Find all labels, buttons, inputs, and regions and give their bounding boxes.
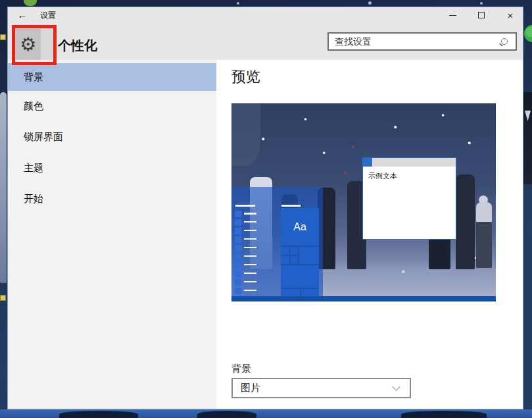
wallpaper-dot [480, 2, 483, 5]
desktop-icon-green [24, 0, 37, 6]
main-content: 预览 [216, 60, 523, 409]
preview-figure [456, 174, 475, 269]
tile-divider [289, 246, 291, 264]
desktop-wallpaper: ← 设置 × ⚙ 个性化 [0, 0, 532, 418]
desktop-icon-label [0, 34, 6, 40]
window-topbar: ← 设置 × ⚙ 个性化 [8, 7, 523, 60]
sidebar-item-lockscreen[interactable]: 锁屏界面 [8, 122, 216, 153]
start-menu-item-squares [235, 211, 241, 295]
preview-haze [231, 103, 260, 166]
sample-window-accent-square [363, 158, 372, 167]
desktop-icon-label [0, 295, 6, 301]
titlebar[interactable]: ← 设置 × [8, 7, 523, 23]
desktop-icon-green-circle [524, 25, 532, 42]
wallpaper-silhouette [401, 411, 487, 418]
sidebar: 背景 颜色 锁屏界面 主题 开始 [8, 60, 216, 409]
search-input[interactable] [329, 36, 501, 47]
preview-sample-window: 示例文本 [362, 157, 456, 240]
wallpaper-dot [237, 2, 239, 5]
search-icon[interactable] [501, 38, 508, 45]
window-title: 设置 [40, 10, 56, 21]
sidebar-item-background[interactable]: 背景 [8, 63, 216, 91]
tile-divider [281, 264, 319, 265]
sidebar-item-colors[interactable]: 颜色 [8, 91, 216, 122]
wallpaper-figure-left [0, 92, 7, 283]
back-button[interactable]: ← [14, 9, 30, 22]
preview-start-tiles: Aa [281, 208, 319, 296]
sample-window-text: 示例文本 [368, 171, 397, 181]
wallpaper-silhouette [197, 411, 256, 418]
chevron-down-icon [392, 382, 400, 391]
start-menu-line [235, 205, 255, 207]
search-box[interactable] [327, 32, 517, 51]
settings-window: ← 设置 × ⚙ 个性化 [7, 7, 523, 409]
tile-divider [281, 246, 319, 247]
start-menu-line [281, 205, 301, 207]
start-menu-item-dashes [244, 213, 256, 296]
sidebar-item-themes[interactable]: 主题 [8, 153, 216, 184]
maximize-icon [478, 12, 485, 18]
tile-divider [298, 246, 299, 264]
start-tile-aa: Aa [281, 208, 319, 246]
preview-taskbar [231, 296, 496, 301]
sidebar-item-start[interactable]: 开始 [8, 184, 216, 215]
dropdown-selected-value: 图片 [233, 382, 393, 394]
minimize-icon [449, 15, 456, 16]
background-type-dropdown[interactable]: 图片 [231, 378, 411, 398]
background-label: 背景 [231, 363, 251, 375]
desktop-preview-image: Aa 示例文本 [231, 103, 496, 301]
preview-heading: 预览 [231, 67, 260, 87]
tile-divider [300, 288, 301, 296]
preview-figure [476, 202, 492, 268]
wallpaper-figure-shirt [525, 111, 531, 121]
close-button[interactable]: × [499, 7, 521, 23]
preview-start-menu: Aa [231, 187, 323, 296]
maximize-button[interactable] [470, 7, 493, 23]
minimize-button[interactable] [441, 7, 464, 23]
close-icon: × [508, 11, 514, 20]
wallpaper-figure-right [523, 92, 532, 184]
wallpaper-silhouette [59, 411, 138, 418]
wallpaper-dot [368, 1, 372, 5]
page-title: 个性化 [58, 37, 97, 55]
sample-window-titlebar [363, 158, 456, 167]
window-body: 背景 颜色 锁屏界面 主题 开始 预览 [8, 60, 523, 409]
annotation-red-highlight-box [12, 25, 57, 65]
